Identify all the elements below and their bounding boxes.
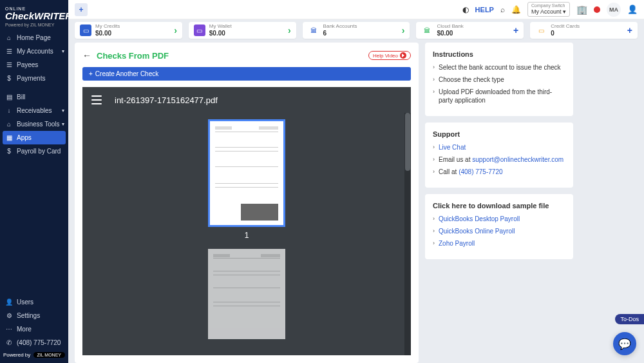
- card-label: My Credits: [95, 24, 174, 30]
- chevron-right-icon: ›: [433, 64, 435, 72]
- card-my-wallet[interactable]: ▭ My Wallet$0.00 ›: [189, 22, 296, 39]
- card-my-credits[interactable]: ▭ My Credits$0.00 ›: [75, 22, 182, 39]
- help-video-button[interactable]: Help Video: [368, 51, 411, 60]
- add-tab-button[interactable]: +: [75, 3, 88, 16]
- chevron-down-icon: ▾: [62, 121, 64, 127]
- create-btn-label: Create Another Check: [95, 70, 158, 77]
- play-icon: [400, 52, 406, 59]
- phone-icon: ✆: [5, 339, 13, 346]
- samples-panel: Click here to download sample file ›Quic…: [425, 194, 573, 259]
- credit-card-icon: ▭: [535, 25, 547, 36]
- sidebar-item-payments[interactable]: $ Payments: [0, 72, 68, 85]
- pdf-pages[interactable]: 1: [82, 113, 411, 355]
- poweredby-label: Powered by: [3, 352, 30, 358]
- chevron-right-icon: ›: [402, 25, 405, 35]
- main: ← Checks From PDF Help Video + Create An…: [75, 43, 638, 363]
- card-cloud-bank[interactable]: 🏛 Cloud Bank$0.00 +: [416, 22, 524, 39]
- sample-link: Zoho Payroll: [439, 239, 475, 248]
- more-icon: ⋯: [5, 326, 13, 333]
- instructions-title: Instructions: [433, 50, 565, 58]
- card-credit-cards[interactable]: ▭ Credit Cards0 +: [530, 22, 638, 39]
- sidebar-item-apps[interactable]: ▦ Apps: [3, 131, 66, 144]
- chevron-right-icon: ›: [433, 240, 435, 248]
- instructions-panel: Instructions ›Select the bank account to…: [425, 43, 573, 116]
- card-value: 6: [323, 30, 402, 37]
- sidebar-item-settings[interactable]: ⚙ Settings: [0, 309, 68, 322]
- sample-item[interactable]: ›QuickBooks Online Payroll: [433, 227, 565, 235]
- chevron-right-icon: ›: [433, 144, 435, 152]
- hamburger-icon[interactable]: [91, 95, 102, 104]
- bank-icon: 🏛: [308, 25, 319, 36]
- plus-icon: +: [627, 25, 632, 35]
- sidebar-item-label: Payments: [17, 75, 45, 82]
- home-icon: ⌂: [5, 34, 13, 41]
- chevron-right-icon: ›: [433, 88, 435, 96]
- right-sidebar: Instructions ›Select the bank account to…: [425, 43, 573, 363]
- back-arrow-icon[interactable]: ←: [82, 50, 91, 61]
- sidebar-item-payroll-card[interactable]: $ Payroll by Card: [0, 144, 68, 158]
- cloud-bank-icon: 🏛: [421, 25, 433, 36]
- pdf-page-2[interactable]: [208, 249, 285, 339]
- sample-item[interactable]: ›Zoho Payroll: [433, 239, 565, 248]
- sidebar-item-business-tools[interactable]: ⌂ Business Tools ▾: [0, 117, 68, 131]
- card-value: $0.00: [95, 30, 174, 37]
- live-chat-item[interactable]: ›Live Chat: [433, 143, 565, 152]
- sidebar-item-receivables[interactable]: ↓ Receivables ▾: [0, 104, 68, 117]
- sidebar-item-payees[interactable]: ☰ Payees: [0, 58, 68, 72]
- bell-icon[interactable]: 🔔: [511, 5, 521, 14]
- company-switch[interactable]: Company Switch My Account ▾: [527, 2, 570, 17]
- card-bank-accounts[interactable]: 🏛 Bank Accounts6 ›: [303, 22, 410, 39]
- list-icon: ☰: [5, 48, 13, 55]
- user-icon[interactable]: 👤: [627, 5, 638, 14]
- pdf-scrollbar[interactable]: [404, 113, 411, 355]
- support-email-link[interactable]: support@onlinecheckwriter.com: [472, 156, 564, 163]
- avatar[interactable]: MA: [607, 3, 621, 17]
- list-icon: ☰: [5, 61, 13, 68]
- help-link[interactable]: HELP: [475, 6, 494, 14]
- pdf-scrollbar-thumb[interactable]: [405, 113, 410, 171]
- sidebar-item-users[interactable]: 👤 Users: [0, 295, 68, 309]
- dark-mode-icon[interactable]: ◐: [462, 5, 469, 14]
- sidebar-item-home[interactable]: ⌂ Home Page: [0, 31, 68, 44]
- bill-icon: ▤: [5, 93, 13, 101]
- card-value: $0.00: [437, 30, 513, 37]
- poweredby-badge: ZIL MONEY: [33, 352, 65, 358]
- pdf-viewer: int-261397-1715162477.pdf 1: [82, 87, 411, 355]
- logo[interactable]: ONLINE CheckWRITER Powered by ZIL MONEY: [0, 0, 68, 31]
- pdf-filename: int-261397-1715162477.pdf: [115, 95, 218, 105]
- card-label: Credit Cards: [551, 24, 627, 30]
- sidebar-item-phone[interactable]: ✆ (408) 775-7720: [0, 336, 68, 349]
- support-phone-link[interactable]: (408) 775-7720: [459, 168, 502, 175]
- record-icon[interactable]: [594, 6, 600, 13]
- phone-item: ›Call at (408) 775-7720: [433, 168, 565, 176]
- sidebar-item-label: Receivables: [17, 107, 52, 114]
- sidebar-item-more[interactable]: ⋯ More: [0, 322, 68, 336]
- pdf-page-number: 1: [82, 231, 411, 240]
- support-title: Support: [433, 130, 565, 138]
- sidebar-item-bill[interactable]: ▤ Bill: [0, 90, 68, 104]
- building-icon[interactable]: 🏢: [576, 5, 587, 15]
- support-panel: Support ›Live Chat ›Email us at support@…: [425, 123, 573, 188]
- pdf-page-1[interactable]: [208, 119, 285, 227]
- sidebar-item-label: Users: [17, 299, 33, 306]
- instruction-item: ›Upload PDF downloaded from the third-pa…: [433, 88, 565, 104]
- plus-icon: +: [513, 25, 518, 35]
- create-another-check-button[interactable]: + Create Another Check: [82, 67, 411, 81]
- main-panel: ← Checks From PDF Help Video + Create An…: [75, 43, 419, 363]
- pdf-toolbar: int-261397-1715162477.pdf: [82, 87, 411, 113]
- chat-bubble-icon[interactable]: 💬: [613, 332, 636, 355]
- card-label: Bank Accounts: [323, 24, 402, 30]
- sidebar-item-label: Payroll by Card: [17, 148, 61, 155]
- chevron-right-icon: ›: [288, 25, 291, 35]
- search-icon[interactable]: ⌕: [500, 5, 505, 14]
- sidebar: ONLINE CheckWRITER Powered by ZIL MONEY …: [0, 0, 68, 363]
- sidebar-item-accounts[interactable]: ☰ My Accounts ▾: [0, 44, 68, 58]
- chevron-right-icon: ›: [433, 156, 435, 164]
- todos-button[interactable]: To-Dos: [615, 314, 644, 324]
- chevron-right-icon: ›: [433, 168, 435, 176]
- sample-item[interactable]: ›QuickBooks Desktop Payroll: [433, 215, 565, 223]
- sidebar-item-label: Apps: [17, 134, 32, 141]
- tools-icon: ⌂: [5, 121, 13, 128]
- chevron-right-icon: ›: [174, 25, 177, 35]
- company-switch-label: Company Switch: [531, 3, 566, 8]
